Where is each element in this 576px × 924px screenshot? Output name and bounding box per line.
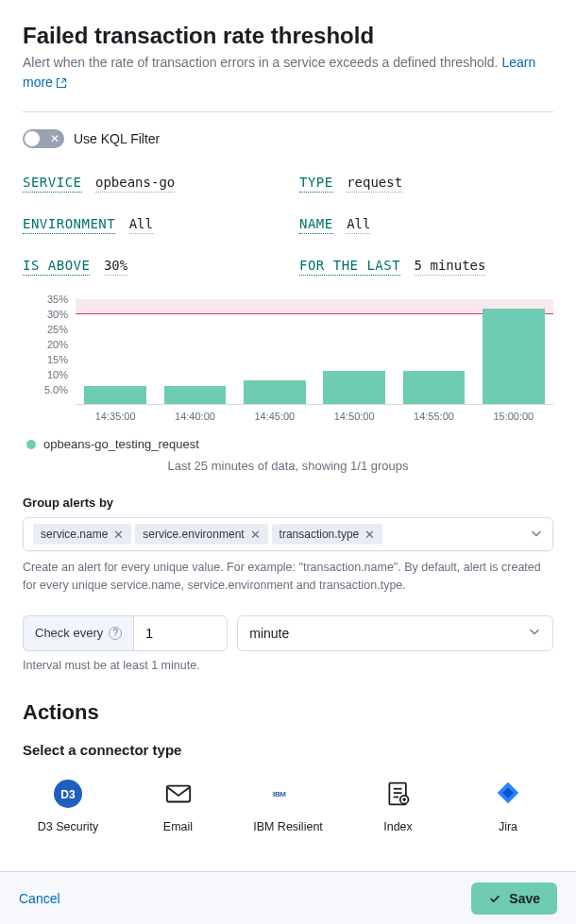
chevron-down-icon	[528, 625, 541, 641]
group-by-combo[interactable]: service.name✕ service.environment✕ trans…	[23, 517, 553, 551]
svg-text:IBM: IBM	[273, 790, 286, 798]
close-icon: ✕	[50, 131, 59, 146]
jira-icon	[493, 779, 523, 809]
connector-label: Jira	[499, 820, 517, 833]
chart-legend: opbeans-go_testing_request	[26, 437, 553, 451]
group-by-help: Create an alert for every unique value. …	[23, 559, 553, 595]
connector-d3[interactable]: D3D3 Security	[23, 779, 113, 833]
group-by-tag[interactable]: service.environment✕	[135, 524, 267, 545]
y-axis-tick: 10%	[47, 369, 68, 380]
connector-index[interactable]: Index	[353, 779, 444, 833]
help-icon[interactable]: ?	[109, 627, 122, 640]
group-by-tag[interactable]: transaction.type✕	[272, 524, 383, 545]
index-icon	[383, 779, 414, 809]
x-axis-tick: 14:55:00	[394, 411, 473, 422]
y-axis-tick: 15%	[47, 354, 68, 365]
popout-icon	[56, 77, 67, 89]
legend-dot-icon	[26, 440, 36, 449]
for-last-field[interactable]: FOR THE LAST 5 minutes	[299, 258, 553, 273]
page-title: Failed transaction rate threshold	[23, 23, 553, 49]
bar-slot	[76, 299, 155, 404]
remove-tag-icon[interactable]: ✕	[364, 529, 375, 541]
type-field[interactable]: TYPE request	[299, 175, 553, 190]
bar-slot	[394, 299, 473, 404]
connector-type-heading: Select a connector type	[23, 742, 553, 758]
remove-tag-icon[interactable]: ✕	[113, 529, 124, 541]
kql-filter-label: Use KQL Filter	[74, 131, 160, 146]
check-every-label: Check every ?	[23, 615, 133, 651]
y-axis-tick: 30%	[47, 309, 68, 320]
x-axis-tick: 14:35:00	[76, 411, 155, 422]
bar-slot	[235, 299, 314, 404]
x-axis-tick: 15:00:00	[474, 411, 553, 422]
kql-filter-toggle[interactable]: ✕	[23, 129, 64, 148]
bar-slot	[314, 299, 394, 404]
chart-bar	[84, 386, 146, 404]
actions-heading: Actions	[23, 700, 553, 725]
service-field[interactable]: SERVICE opbeans-go	[23, 175, 277, 190]
connector-label: Index	[383, 820, 413, 833]
is-above-field[interactable]: IS ABOVE 30%	[23, 258, 277, 273]
chart-bar	[244, 380, 306, 404]
check-every-unit-select[interactable]: minute	[237, 615, 553, 651]
chart-bar	[323, 371, 385, 404]
ibm-icon: IBM	[273, 779, 303, 809]
y-axis-tick: 25%	[47, 324, 68, 335]
email-icon	[163, 779, 194, 809]
y-axis-tick: 5.0%	[44, 384, 68, 395]
connector-jira[interactable]: Jira	[463, 779, 553, 833]
chart-bar	[483, 309, 545, 404]
bar-slot	[474, 299, 553, 404]
d3-icon: D3	[53, 779, 83, 809]
x-axis-tick: 14:45:00	[235, 411, 314, 422]
chevron-down-icon	[530, 527, 543, 543]
y-axis-tick: 35%	[47, 294, 68, 305]
check-every-input[interactable]	[133, 615, 228, 651]
svg-rect-2	[166, 786, 189, 802]
chart-bar	[403, 371, 466, 404]
group-by-label: Group alerts by	[23, 496, 553, 510]
y-axis-tick: 20%	[47, 339, 68, 350]
svg-text:D3: D3	[60, 788, 76, 801]
connector-label: IBM Resilient	[253, 820, 323, 833]
x-axis-tick: 14:40:00	[155, 411, 234, 422]
save-button[interactable]: Save	[471, 882, 557, 900]
connector-ibm[interactable]: IBMIBM Resilient	[243, 779, 333, 833]
check-every-help: Interval must be at least 1 minute.	[23, 657, 553, 675]
check-icon	[488, 892, 501, 900]
bar-slot	[155, 299, 234, 404]
footer-bar: Cancel Save	[0, 871, 576, 899]
threshold-chart: 35%30%25%20%15%10%5.0% 14:35:0014:40:001…	[23, 299, 553, 422]
divider	[23, 111, 553, 112]
connector-email[interactable]: Email	[133, 779, 224, 833]
cancel-button[interactable]: Cancel	[19, 891, 60, 900]
environment-field[interactable]: ENVIRONMENT All	[23, 216, 277, 231]
group-by-tag[interactable]: service.name✕	[33, 524, 131, 545]
chart-bar	[164, 386, 227, 404]
connector-label: Email	[163, 820, 193, 833]
x-axis-tick: 14:50:00	[314, 411, 394, 422]
chart-caption: Last 25 minutes of data, showing 1/1 gro…	[23, 459, 553, 473]
remove-tag-icon[interactable]: ✕	[250, 529, 261, 541]
name-field[interactable]: NAME All	[299, 216, 553, 231]
connector-label: D3 Security	[38, 820, 99, 833]
page-description: Alert when the rate of transaction error…	[23, 53, 553, 92]
